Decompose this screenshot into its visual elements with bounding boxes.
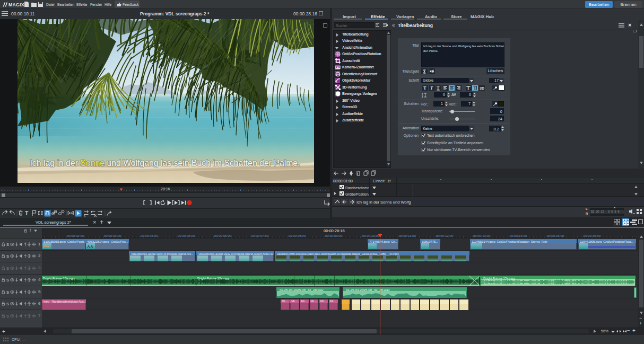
svg-text:S: S — [6, 278, 9, 283]
svg-text:S: S — [6, 302, 9, 306]
svg-text:T: T — [437, 86, 440, 91]
svg-text:S: S — [6, 242, 9, 247]
svg-text:T: T — [25, 210, 29, 216]
svg-text:3D: 3D — [480, 86, 484, 90]
svg-text:,00:00:07:00: ,00:00:07:00 — [250, 234, 269, 237]
svg-text:,00:00:03:00: ,00:00:03:00 — [103, 234, 121, 237]
svg-text:MAGIX: MAGIX — [8, 2, 24, 7]
svg-text:,00:00:16:00: ,00:00:16:00 — [582, 234, 601, 237]
svg-text:,00:00:06:00: ,00:00:06:00 — [213, 234, 232, 237]
svg-text:,00:00:13:00: ,00:00:13:00 — [472, 234, 491, 237]
svg-text:T: T — [474, 86, 477, 90]
svg-text:,00:00:09:00: ,00:00:09:00 — [324, 234, 343, 237]
svg-text:S: S — [6, 314, 9, 319]
svg-text:,00:00:11:00: ,00:00:11:00 — [398, 234, 416, 237]
svg-text:Ich lag in der Sonne und Wolfg: Ich lag in der Sonne und Wolfgang las se… — [30, 158, 300, 167]
svg-text:S: S — [6, 266, 9, 271]
svg-text:S: S — [6, 290, 9, 295]
svg-text:,00:00:04:00: ,00:00:04:00 — [140, 234, 158, 237]
svg-text:T: T — [423, 86, 427, 90]
svg-text:,00:00:05:00: ,00:00:05:00 — [177, 234, 195, 237]
svg-text:S: S — [6, 254, 9, 259]
svg-text:,00:00:02:00: ,00:00:02:00 — [66, 234, 84, 237]
svg-text:T: T — [430, 86, 433, 90]
svg-text:,00:00:08:00: ,00:00:08:00 — [288, 234, 306, 237]
